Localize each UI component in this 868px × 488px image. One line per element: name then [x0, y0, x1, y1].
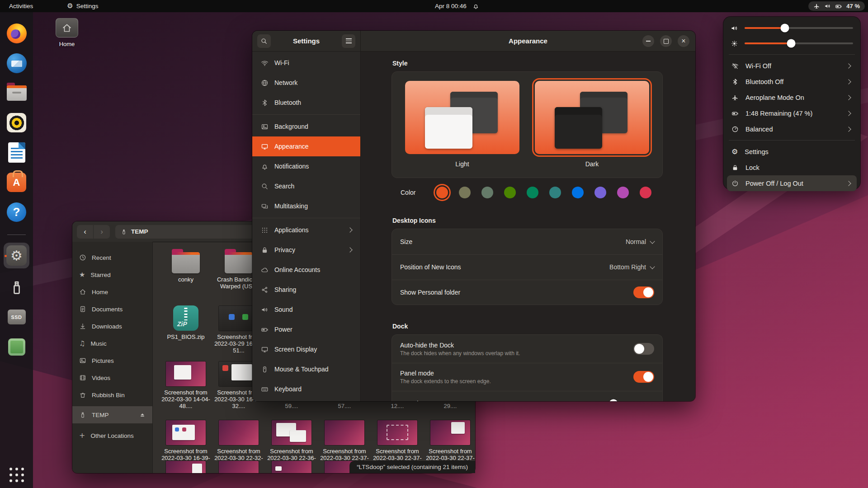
- file-ps1-bios-zip[interactable]: PS1_BIOS.zip: [160, 304, 211, 340]
- menu-aeroplane-mode[interactable]: Aeroplane Mode On: [727, 89, 857, 105]
- sidebar-item-videos[interactable]: Videos: [72, 369, 152, 386]
- maximize-button[interactable]: [660, 35, 672, 47]
- app-menu-button[interactable]: ⚙ Settings: [62, 0, 103, 12]
- color-swatch-blue[interactable]: [572, 187, 584, 198]
- sidebar-item-rubbish-bin[interactable]: Rubbish Bin: [72, 386, 152, 404]
- sidebar-item-downloads[interactable]: Downloads: [72, 318, 152, 335]
- style-option-dark[interactable]: [535, 81, 649, 154]
- chevron-down-icon: [650, 264, 655, 269]
- color-swatch-orange[interactable]: [436, 187, 448, 198]
- nav-mouse-touchpad[interactable]: Mouse & Touchpad: [252, 359, 360, 379]
- screenshot-thumbnail: [219, 420, 259, 445]
- show-personal-folder-toggle[interactable]: [633, 286, 654, 298]
- clock-button[interactable]: Apr 8 00:46: [430, 0, 484, 12]
- system-tray-button[interactable]: 47 %: [808, 1, 865, 11]
- folder-icon: [225, 252, 253, 273]
- menu-power-mode[interactable]: Balanced: [727, 121, 857, 137]
- nav-wifi[interactable]: Wi-Fi: [252, 53, 360, 73]
- file-screenshot[interactable]: [160, 459, 211, 473]
- nav-privacy[interactable]: Privacy: [252, 240, 360, 260]
- nav-power[interactable]: Power: [252, 319, 360, 339]
- plus-icon: +: [79, 432, 85, 439]
- dock-drive[interactable]: [4, 334, 29, 360]
- color-swatch-purple[interactable]: [594, 187, 606, 198]
- menu-battery[interactable]: 1:48 Remaining (47 %): [727, 105, 857, 121]
- menu-wifi[interactable]: Wi-Fi Off: [727, 58, 857, 74]
- menu-settings[interactable]: ⚙Settings: [727, 144, 857, 160]
- sidebar-item-other-locations[interactable]: +Other Locations: [72, 427, 152, 444]
- color-swatch-magenta[interactable]: [617, 187, 629, 198]
- nav-background[interactable]: Background: [252, 117, 360, 136]
- position-row[interactable]: Position of New Icons Bottom Right: [392, 254, 662, 280]
- autohide-toggle[interactable]: [633, 343, 654, 355]
- path-bar[interactable]: TEMP: [115, 225, 262, 239]
- desktop-home-folder[interactable]: Home: [51, 18, 83, 47]
- volume-slider[interactable]: [745, 27, 853, 29]
- color-swatch-prussian[interactable]: [549, 187, 561, 198]
- forward-button[interactable]: ›: [94, 225, 110, 239]
- nav-sound[interactable]: Sound: [252, 300, 360, 319]
- sidebar-item-home[interactable]: Home: [72, 283, 152, 300]
- nav-search[interactable]: Search: [252, 176, 360, 196]
- dock-ubuntu-software[interactable]: A: [4, 169, 29, 195]
- nav-bluetooth[interactable]: Bluetooth: [252, 93, 360, 113]
- dock-libreoffice-writer[interactable]: [4, 140, 29, 165]
- chevron-right-icon: [846, 95, 851, 100]
- dock-heading: Dock: [392, 323, 408, 330]
- file-screenshot[interactable]: [213, 459, 264, 473]
- file-screenshot[interactable]: [266, 459, 317, 473]
- dock-firefox[interactable]: [4, 20, 29, 46]
- eject-icon[interactable]: [139, 412, 146, 418]
- sidebar-item-documents[interactable]: Documents: [72, 300, 152, 318]
- nav-online-accounts[interactable]: Online Accounts: [252, 260, 360, 280]
- nav-appearance[interactable]: Appearance: [252, 136, 360, 156]
- color-swatch-viridian[interactable]: [527, 187, 538, 198]
- color-swatch-sage[interactable]: [481, 187, 493, 198]
- sidebar-item-starred[interactable]: ★Starred: [72, 266, 152, 283]
- chevron-right-icon: [846, 127, 851, 131]
- sidebar-item-pictures[interactable]: Pictures: [72, 352, 152, 369]
- sidebar-item-music[interactable]: ♫Music: [72, 335, 152, 352]
- dock-show-applications[interactable]: [4, 462, 29, 488]
- file-folder-conky[interactable]: conky: [160, 246, 211, 283]
- color-swatch-bark[interactable]: [459, 187, 471, 198]
- menu-lock[interactable]: Lock: [727, 160, 857, 175]
- nav-network[interactable]: Network: [252, 73, 360, 93]
- sidebar-item-recent[interactable]: Recent: [72, 249, 152, 266]
- sidebar-item-temp[interactable]: TEMP: [72, 406, 152, 423]
- primary-menu-button[interactable]: [342, 34, 355, 48]
- speaker-icon: [731, 24, 738, 32]
- back-button[interactable]: ‹: [77, 225, 94, 239]
- dock-thunderbird[interactable]: [4, 50, 29, 76]
- dock-help[interactable]: ?: [4, 199, 29, 225]
- settings-main-header: Appearance ×: [361, 31, 695, 52]
- dock-usb-drive[interactable]: [4, 274, 29, 300]
- color-swatch-olive[interactable]: [504, 187, 516, 198]
- brightness-slider[interactable]: [745, 42, 853, 44]
- nav-applications[interactable]: Applications: [252, 220, 360, 240]
- nav-screen-display[interactable]: Screen Display: [252, 339, 360, 359]
- dock-rhythmbox[interactable]: [4, 110, 29, 136]
- menu-bluetooth[interactable]: Bluetooth Off: [727, 74, 857, 89]
- nav-sharing[interactable]: Sharing: [252, 280, 360, 300]
- files-sidebar: Recent ★Starred Home Documents Downloads…: [72, 242, 153, 473]
- nav-keyboard[interactable]: Keyboard: [252, 379, 360, 399]
- dock-card: Auto-hide the Dock The dock hides when a…: [392, 334, 663, 401]
- nav-multitasking[interactable]: Multitasking: [252, 196, 360, 216]
- nav-notifications[interactable]: Notifications: [252, 156, 360, 176]
- activities-button[interactable]: Activities: [5, 0, 38, 12]
- file-screenshot[interactable]: Screenshot from 2022-03-30 14-04-48....: [160, 359, 211, 409]
- minimize-button[interactable]: [642, 35, 654, 47]
- dock-files[interactable]: [4, 80, 29, 106]
- search-button[interactable]: [257, 34, 271, 48]
- color-swatch-red[interactable]: [640, 187, 651, 198]
- menu-power-off-log-out[interactable]: Power Off / Log Out: [727, 175, 857, 191]
- close-button[interactable]: ×: [678, 35, 689, 47]
- software-icon: A: [7, 173, 26, 192]
- dock-ssd-drive[interactable]: SSD: [4, 304, 29, 330]
- battery-icon: [731, 110, 739, 117]
- size-row[interactable]: Size Normal: [392, 229, 662, 254]
- style-option-light[interactable]: [405, 81, 519, 154]
- dock-settings[interactable]: ⚙: [4, 243, 29, 268]
- panel-mode-toggle[interactable]: [633, 371, 654, 383]
